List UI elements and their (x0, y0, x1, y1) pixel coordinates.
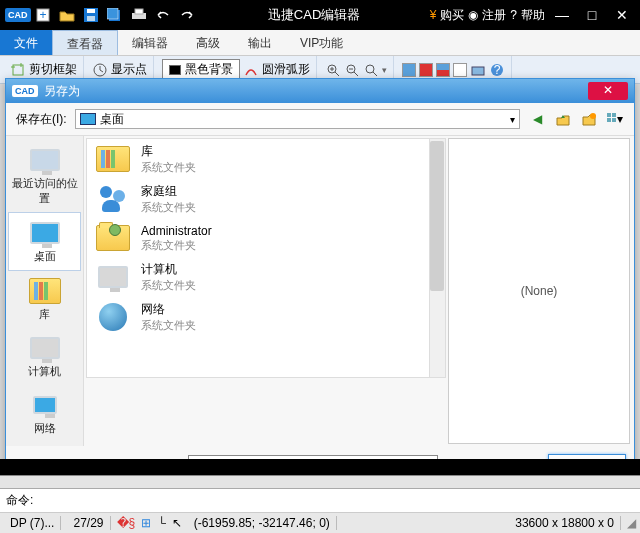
svg-text:+: + (39, 8, 46, 22)
grid-icon[interactable]: ⊞ (141, 516, 151, 530)
color-red[interactable] (419, 63, 433, 77)
register-link[interactable]: 注册 (482, 7, 506, 24)
dialog-titlebar: CAD 另存为 ✕ (6, 79, 634, 103)
status-doc: DP (7)... (4, 516, 61, 530)
titlebar: CAD + 迅捷CAD编辑器 ¥ 购买 ◉ 注册 ? 帮助 — □ ✕ (0, 0, 640, 30)
close-button[interactable]: ✕ (609, 7, 635, 23)
tab-vip[interactable]: VIP功能 (286, 30, 357, 55)
preview-pane: (None) (448, 138, 630, 444)
list-item[interactable]: 库系统文件夹 (87, 139, 445, 179)
redo-icon[interactable] (176, 4, 198, 26)
svg-rect-18 (607, 113, 611, 117)
cursor-icon[interactable]: ↖ (172, 516, 182, 530)
new-icon[interactable]: + (32, 4, 54, 26)
yen-icon: ¥ (430, 8, 437, 22)
save-icon[interactable] (80, 4, 102, 26)
app-title: 迅捷CAD编辑器 (199, 6, 430, 24)
svg-point-13 (366, 65, 374, 73)
tab-editor[interactable]: 编辑器 (118, 30, 182, 55)
back-icon[interactable]: ◀ (528, 110, 546, 128)
tab-output[interactable]: 输出 (234, 30, 286, 55)
tab-viewer[interactable]: 查看器 (52, 30, 118, 55)
dialog-badge: CAD (12, 85, 38, 97)
zoom-fit-icon[interactable] (363, 62, 379, 78)
save-as-dialog: CAD 另存为 ✕ 保存在(I): 桌面 ▾ ◀ ▾ 最近访问的位置 桌面 (5, 78, 635, 518)
scrollbar[interactable] (429, 139, 445, 377)
status-coords: (-61959.85; -32147.46; 0) (188, 516, 337, 530)
svg-rect-14 (472, 67, 484, 75)
tab-file[interactable]: 文件 (0, 30, 52, 55)
color-split[interactable] (436, 63, 450, 77)
list-item[interactable]: 家庭组系统文件夹 (87, 179, 445, 219)
color-blue[interactable] (402, 63, 416, 77)
dialog-title-text: 另存为 (44, 83, 80, 100)
svg-rect-3 (87, 9, 95, 13)
command-line[interactable]: 命令: (0, 489, 640, 513)
show-points-label[interactable]: 显示点 (111, 61, 147, 78)
ortho-icon[interactable]: └ (157, 516, 166, 530)
place-library[interactable]: 库 (6, 271, 83, 328)
svg-rect-20 (607, 118, 611, 122)
minimize-button[interactable]: — (549, 7, 575, 23)
tab-advanced[interactable]: 高级 (182, 30, 234, 55)
svg-rect-4 (87, 16, 95, 21)
svg-text:?: ? (494, 63, 501, 77)
list-item[interactable]: Administrator系统文件夹 (87, 219, 445, 257)
black-bg-toggle[interactable]: 黑色背景 (162, 59, 240, 80)
crop-icon[interactable] (10, 62, 26, 78)
help2-icon[interactable]: ? (489, 62, 505, 78)
place-recent[interactable]: 最近访问的位置 (6, 140, 83, 212)
arc-icon (243, 62, 259, 78)
place-network[interactable]: 网络 (6, 385, 83, 442)
chevron-down-icon: ▾ (510, 114, 515, 125)
snap-icon[interactable]: �§ (117, 516, 136, 530)
zoom-in-icon[interactable] (325, 62, 341, 78)
places-bar: 最近访问的位置 桌面 库 计算机 网络 (6, 136, 84, 446)
clip-frame-label[interactable]: 剪切框架 (29, 61, 77, 78)
open-icon[interactable] (56, 4, 78, 26)
status-bar: DP (7)... 27/29 �§ ⊞ └ ↖ (-61959.85; -32… (0, 513, 640, 533)
look-in-combo[interactable]: 桌面 ▾ (75, 109, 520, 129)
dialog-close-button[interactable]: ✕ (588, 82, 628, 100)
app-badge: CAD (5, 8, 31, 22)
place-computer[interactable]: 计算机 (6, 328, 83, 385)
status-size: 33600 x 18800 x 0 (509, 516, 621, 530)
svg-rect-19 (612, 113, 616, 117)
dropdown-icon[interactable]: ▾ (382, 65, 387, 75)
user-icon: ◉ (468, 8, 478, 22)
list-item[interactable]: 计算机系统文件夹 (87, 257, 445, 297)
print-icon[interactable] (128, 4, 150, 26)
svg-rect-8 (135, 9, 143, 14)
help-link[interactable]: 帮助 (521, 7, 545, 24)
undo-icon[interactable] (152, 4, 174, 26)
zoom-out-icon[interactable] (344, 62, 360, 78)
svg-point-17 (590, 113, 596, 119)
view-menu-icon[interactable]: ▾ (606, 110, 624, 128)
look-in-label: 保存在(I): (16, 111, 67, 128)
settings-icon[interactable] (470, 62, 486, 78)
list-item[interactable]: 网络系统文件夹 (87, 297, 445, 337)
help-icon: ? (510, 8, 517, 22)
look-in-value: 桌面 (100, 111, 124, 128)
menubar: 文件 查看器 编辑器 高级 输出 VIP功能 (0, 30, 640, 56)
clock-icon (92, 62, 108, 78)
smooth-arc-label[interactable]: 圆滑弧形 (262, 61, 310, 78)
color-white[interactable] (453, 63, 467, 77)
new-folder-icon[interactable] (580, 110, 598, 128)
desktop-icon (80, 113, 96, 125)
file-list[interactable]: 库系统文件夹 家庭组系统文件夹 Administrator系统文件夹 计算机系统… (86, 138, 446, 378)
resize-grip-icon[interactable]: ◢ (627, 516, 636, 530)
place-desktop[interactable]: 桌面 (8, 212, 81, 271)
buy-link[interactable]: 购买 (440, 7, 464, 24)
saveall-icon[interactable] (104, 4, 126, 26)
up-icon[interactable] (554, 110, 572, 128)
svg-rect-6 (107, 8, 118, 19)
maximize-button[interactable]: □ (579, 7, 605, 23)
status-pages: 27/29 (67, 516, 110, 530)
svg-rect-21 (612, 118, 616, 122)
